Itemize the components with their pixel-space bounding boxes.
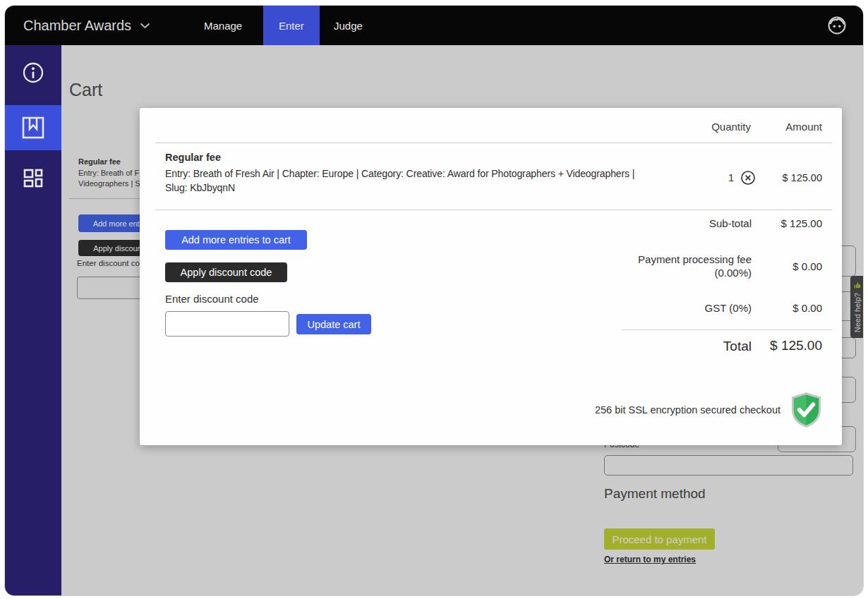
sidebar-item-entries[interactable]	[5, 105, 61, 150]
ssl-secure-row: 256 bit SSL encryption secured checkout	[595, 392, 823, 428]
discount-code-input[interactable]	[165, 311, 289, 337]
cart-item-quantity-cell: 1	[728, 170, 756, 186]
cart-item-amount: $ 125.00	[783, 172, 822, 183]
apply-discount-button[interactable]: Apply discount code	[165, 262, 287, 282]
divider	[155, 143, 832, 143]
processing-fee-row: Payment processing fee (0.00%) $ 0.00	[498, 253, 822, 279]
sidebar-item-info[interactable]	[5, 50, 61, 95]
subtotal-row: Sub-total $ 125.00	[498, 217, 822, 230]
total-value: $ 125.00	[752, 338, 822, 353]
subtotal-label: Sub-total	[498, 217, 752, 230]
ssl-text: 256 bit SSL encryption secured checkout	[595, 404, 780, 416]
info-icon	[20, 59, 47, 86]
chevron-down-icon	[140, 23, 150, 29]
column-header-amount: Amount	[785, 121, 822, 133]
top-nav: Chamber Awards Manage Enter Judge	[5, 6, 863, 45]
brand-menu[interactable]: Chamber Awards	[23, 6, 150, 45]
subtotal-value: $ 125.00	[752, 217, 822, 229]
sidebar-item-categories[interactable]	[5, 155, 61, 200]
processing-fee-value: $ 0.00	[752, 260, 822, 272]
remove-item-icon[interactable]	[740, 170, 756, 186]
bookmark-icon	[19, 114, 47, 142]
cart-modal: Quantity Amount Regular fee Entry: Breat…	[140, 108, 842, 445]
brand-label: Chamber Awards	[23, 18, 131, 34]
sidebar	[5, 45, 61, 596]
column-header-quantity: Quantity	[711, 121, 751, 133]
gst-value: $ 0.00	[752, 302, 822, 314]
grid-icon	[20, 164, 47, 191]
divider	[155, 210, 832, 210]
divider	[622, 329, 832, 330]
processing-fee-label: Payment processing fee (0.00%)	[498, 253, 752, 279]
ssl-shield-icon	[790, 392, 823, 428]
total-label: Total	[498, 339, 752, 353]
total-row: Total $ 125.00	[498, 338, 822, 353]
quantity-value: 1	[728, 172, 734, 183]
nav-item-manage[interactable]: Manage	[201, 6, 245, 45]
add-more-entries-button[interactable]: Add more entries to cart	[165, 230, 307, 250]
nav-item-judge[interactable]: Judge	[331, 6, 366, 45]
gst-row: GST (0%) $ 0.00	[498, 301, 822, 315]
gst-label: GST (0%)	[498, 301, 752, 315]
user-avatar-icon[interactable]	[826, 15, 848, 36]
discount-code-label: Enter discount code	[165, 293, 259, 305]
screenshot-canvas: Chamber Awards Manage Enter Judge	[0, 0, 868, 599]
nav-item-enter[interactable]: Enter	[263, 6, 320, 45]
update-cart-button[interactable]: Update cart	[296, 314, 371, 334]
cart-item-title: Regular fee	[165, 152, 221, 163]
cart-item-description: Entry: Breath of Fresh Air | Chapter: Eu…	[165, 167, 648, 195]
app-window: Chamber Awards Manage Enter Judge	[4, 5, 864, 596]
